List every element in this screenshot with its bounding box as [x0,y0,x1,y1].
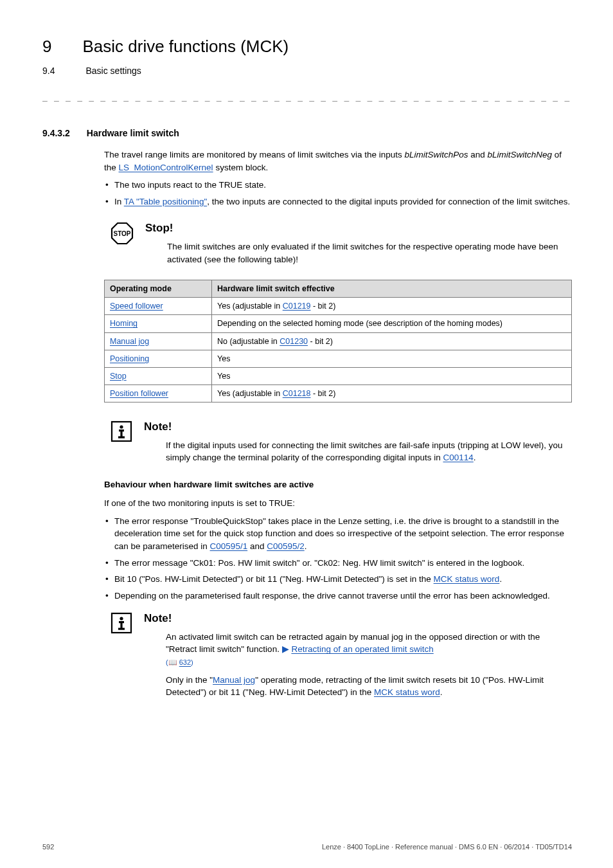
behavior-bullet-2: The error message "Ck01: Pos. HW limit s… [104,557,572,570]
text: and [247,541,267,551]
link-ta-table-positioning[interactable]: TA "Table positioning" [124,197,207,206]
text: Only in the " [166,675,213,685]
link-c00595-2[interactable]: C00595/2 [267,541,305,551]
link-positioning[interactable]: Positioning [110,354,149,363]
text: ) [191,658,193,666]
svg-text:STOP: STOP [113,230,130,237]
link-ls-motioncontrolkernel[interactable]: LS_MotionControlKernel [119,163,213,172]
text: (📖 [166,658,177,666]
link-c00114[interactable]: C00114 [443,453,474,462]
table-row: Position follower Yes (adjustable in C01… [105,384,572,402]
link-manual-jog-2[interactable]: Manual jog [213,675,255,685]
hardware-limit-table: Operating mode Hardware limit switch eff… [104,280,572,402]
subsection-title: Hardware limit switch [87,127,179,140]
note2-p1: An activated limit switch can be retract… [166,631,572,669]
svg-point-8 [120,617,123,620]
subsection-number: 9.4.3.2 [42,127,70,140]
text: The travel range limits are monitored by… [104,150,404,159]
table-row: Speed follower Yes (adjustable in C01219… [105,298,572,315]
text: . [474,453,476,462]
intro-bullet-1: The two inputs react to the TRUE state. [104,179,572,192]
text: system block. [213,163,269,172]
th-operating-mode: Operating mode [105,280,212,298]
section-title: Basic settings [85,64,141,77]
text: Depending on the selected homing mode (s… [212,315,572,332]
text: , the two inputs are connected to the di… [207,197,570,206]
link-speed-follower[interactable]: Speed follower [110,302,163,311]
note2-p2: Only in the "Manual jog" operating mode,… [166,674,572,699]
text: In [114,197,124,206]
table-row: Homing Depending on the selected homing … [105,315,572,332]
intro-bullet-2: In TA "Table positioning", the two input… [104,195,572,208]
link-manual-jog[interactable]: Manual jog [110,337,149,346]
link-position-follower[interactable]: Position follower [110,389,168,398]
text: Yes [212,350,572,367]
text: No (adjustable in [217,337,280,346]
note-text: If the digital inputs used for connectin… [166,439,572,464]
note-title: Note! [144,611,572,627]
link-page-632[interactable]: 632 [179,658,191,666]
note-title: Note! [144,419,572,435]
th-hw-effective: Hardware limit switch effective [212,280,572,298]
separator-dashes: _ _ _ _ _ _ _ _ _ _ _ _ _ _ _ _ _ _ _ _ … [42,91,572,104]
link-mck-status-word[interactable]: MCK status word [434,574,500,584]
text: Yes (adjustable in [217,389,283,398]
text: . [499,574,502,584]
table-row: Stop Yes [105,367,572,384]
text: If the digital inputs used for connectin… [166,440,563,463]
var-blimitswitchpos: bLimitSwitchPos [404,150,468,159]
stop-icon: STOP [111,222,134,266]
table-row: Positioning Yes [105,350,572,367]
link-c01230[interactable]: C01230 [280,337,308,346]
page-number: 592 [42,842,54,853]
var-blimitswitchneg: bLimitSwitchNeg [488,150,553,159]
link-mck-status-word-2[interactable]: MCK status word [374,687,440,697]
text: The error response "TroubleQuickStop" ta… [114,516,564,551]
link-c00595-1[interactable]: C00595/1 [210,541,248,551]
chapter-number: 9 [42,35,51,59]
text: Yes (adjustable in [217,302,283,311]
link-c01219[interactable]: C01219 [283,302,311,311]
svg-rect-11 [118,628,125,630]
behavior-bullet-3: Bit 10 ("Pos. HW-Limit Detected") or bit… [104,573,572,586]
footer-right: Lenze · 8400 TopLine · Reference manual … [322,842,572,853]
text: Bit 10 ("Pos. HW-Limit Detected") or bit… [114,574,434,584]
svg-rect-6 [118,437,125,439]
table-row: Manual jog No (adjustable in C01230 - bi… [105,332,572,350]
info-icon [111,420,132,464]
link-homing[interactable]: Homing [110,319,138,328]
stop-title: Stop! [145,221,572,237]
svg-rect-5 [120,429,122,437]
text: . [305,541,307,551]
link-stop[interactable]: Stop [110,372,127,381]
svg-rect-10 [120,621,122,629]
behavior-lead: If one of the two monitoring inputs is s… [104,497,572,510]
text: - bit 2) [311,389,336,398]
text: . [440,687,443,697]
link-c01218[interactable]: C01218 [283,389,311,398]
chapter-title: Basic drive functions (MCK) [82,35,289,59]
stop-text: The limit switches are only evaluated if… [167,240,572,266]
link-retracting[interactable]: Retracting of an operated limit switch [291,644,433,654]
triangle-icon: ▶ [282,644,289,654]
section-number: 9.4 [42,64,55,77]
text: Yes [212,367,572,384]
text: and [468,150,488,159]
behavior-heading: Behaviour when hardware limit switches a… [104,478,572,491]
info-icon [111,612,132,698]
text: - bit 2) [308,337,333,346]
text: - bit 2) [311,302,336,311]
svg-point-3 [120,425,123,428]
behavior-bullet-1: The error response "TroubleQuickStop" ta… [104,515,572,553]
behavior-bullet-4: Depending on the parameterised fault res… [104,590,572,602]
intro-paragraph: The travel range limits are monitored by… [104,149,572,174]
